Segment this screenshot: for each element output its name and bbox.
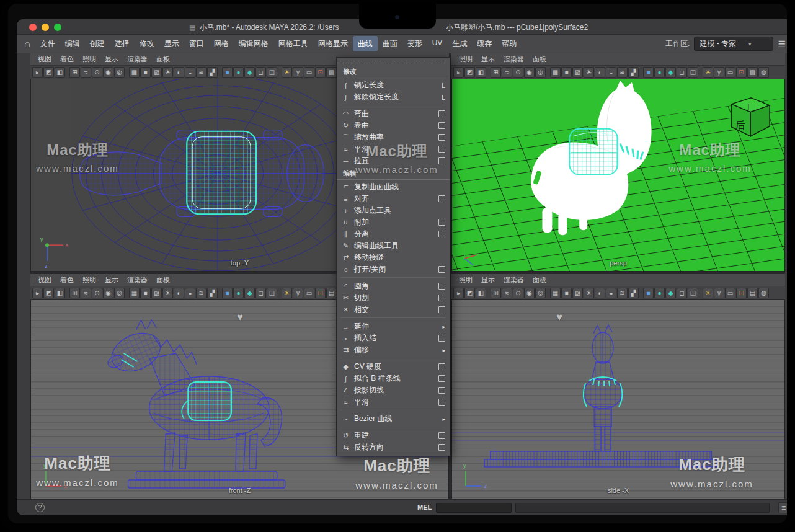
option-box[interactable] [438,195,445,202]
hud-toggle-icon[interactable]: ▤ [747,288,758,298]
panel-menu-item-照明[interactable]: 照明 [455,54,477,64]
ambient-occlusion-icon[interactable]: ◒ [185,288,195,298]
menubar-item-修改[interactable]: 修改 [135,36,159,51]
menubar-item-显示[interactable]: 显示 [159,36,184,51]
option-box[interactable] [438,387,445,394]
saddle-selection-top[interactable] [187,131,256,215]
workspace-menu-icon[interactable]: ☰ [778,39,786,49]
menubar-item-选择[interactable]: 选择 [110,36,135,51]
snap-to-curve-icon[interactable]: ≈ [502,67,512,78]
snap-to-curve-icon[interactable]: ≈ [81,288,91,298]
menubar-item-编辑网格[interactable]: 编辑网格 [234,36,273,51]
hud-toggle-icon[interactable]: ▤ [326,67,337,78]
panel-menu-item-着色[interactable]: 着色 [56,275,78,285]
menubar-item-缓存[interactable]: 缓存 [472,36,497,51]
subdiv-surface-icon[interactable]: ◆ [244,67,255,78]
saddle-selection-persp[interactable] [569,129,618,175]
textured-mode-icon[interactable]: ▨ [572,288,583,298]
isolate-select-icon[interactable]: ◻ [677,67,687,78]
menu-item-移动接缝[interactable]: ⇄移动接缝 [337,252,450,264]
snap-to-point-icon[interactable]: ⊙ [92,67,102,78]
menu-item-切割[interactable]: ✂切割 [337,292,450,304]
option-box[interactable] [438,122,445,129]
anti-aliasing-icon[interactable]: ▞ [207,288,218,298]
option-box[interactable] [438,146,445,153]
snap-to-grid-icon[interactable]: ⊞ [491,67,501,78]
panel-menu-item-着色[interactable]: 着色 [56,54,78,64]
menu-tearoff-handle[interactable] [342,59,445,63]
anti-aliasing-icon[interactable]: ▞ [628,288,639,298]
mel-result-field[interactable] [515,503,770,513]
menu-item-打开/关闭[interactable]: ○打开/关闭 [337,264,450,275]
menubar-item-窗口[interactable]: 窗口 [184,36,209,51]
panel-menu-item-面板[interactable]: 面板 [152,54,174,64]
isolate-select-icon[interactable]: ◻ [255,288,266,298]
menubar-item-变形[interactable]: 变形 [402,36,427,51]
panel-menu-item-渲染器[interactable]: 渲染器 [123,54,152,64]
textured-mode-icon[interactable]: ▨ [151,288,162,298]
option-box[interactable] [438,266,445,273]
menu-item-弯曲[interactable]: ◠弯曲 [337,108,450,120]
option-box[interactable] [438,134,445,141]
menubar-item-网格[interactable]: 网格 [209,36,234,51]
snap-to-grid-icon[interactable]: ⊞ [491,288,501,298]
option-box[interactable] [438,219,445,226]
select-by-object-icon[interactable]: ◩ [43,67,54,78]
camera-attributes-icon[interactable]: ◎ [114,67,125,78]
menu-item-Bezier 曲线[interactable]: ~Bezier 曲线▸ [337,413,450,425]
shadows-icon[interactable]: ◐ [174,67,184,78]
menu-item-反转方向[interactable]: ⇆反转方向 [337,441,450,453]
zoom-button[interactable] [54,24,61,31]
menu-item-解除锁定长度[interactable]: ∫解除锁定长度L [337,91,450,103]
option-box[interactable] [438,295,445,301]
camera-attributes-icon[interactable]: ◎ [114,288,125,298]
select-by-component-icon[interactable]: ◧ [55,67,65,78]
menubar-item-网格显示[interactable]: 网格显示 [313,36,353,51]
menu-item-复制曲面曲线[interactable]: ⊂复制曲面曲线 [337,181,450,193]
shaded-mode-icon[interactable]: ■ [561,288,572,298]
panel-menu-item-照明[interactable]: 照明 [78,275,100,285]
saddle-selection-front[interactable] [182,382,231,420]
option-box[interactable] [438,283,445,290]
subdiv-surface-icon[interactable]: ◆ [665,67,676,78]
renderer-settings-icon[interactable]: ◍ [758,288,769,298]
panel-menu-item-面板[interactable]: 面板 [528,275,551,285]
film-gate-icon[interactable]: ▭ [725,288,735,298]
menu-item-缩放曲率[interactable]: ⌒缩放曲率 [337,131,450,143]
make-live-icon[interactable]: ◉ [524,288,535,298]
mel-label[interactable]: MEL [417,503,432,511]
use-all-lights-icon[interactable]: ☀ [162,67,173,78]
xray-mode-icon[interactable]: ◫ [267,67,277,78]
anti-aliasing-icon[interactable]: ▞ [207,67,218,78]
menubar-item-创建[interactable]: 创建 [85,36,110,51]
menubar-item-曲面[interactable]: 曲面 [378,36,402,51]
motion-blur-icon[interactable]: ≋ [196,288,207,298]
snap-to-grid-icon[interactable]: ⊞ [69,67,80,78]
menu-item-对齐[interactable]: ≡对齐 [337,193,450,205]
nurbs-sphere-icon[interactable]: ● [654,288,665,298]
menu-item-延伸[interactable]: →延伸▸ [337,321,450,332]
option-box[interactable] [438,231,445,237]
home-icon[interactable]: ⌂ [24,38,30,50]
snap-to-point-icon[interactable]: ⊙ [513,288,523,298]
select-by-component-icon[interactable]: ◧ [55,288,65,298]
menu-item-添加点工具[interactable]: +添加点工具 [337,205,450,216]
camera-attributes-icon[interactable]: ◎ [535,288,546,298]
gamma-icon[interactable]: γ [293,67,303,78]
option-box[interactable] [438,444,445,451]
menu-item-相交[interactable]: ✕相交 [337,304,450,316]
make-live-icon[interactable]: ◉ [524,67,535,78]
motion-blur-icon[interactable]: ≋ [617,288,628,298]
xray-mode-icon[interactable]: ◫ [267,288,277,298]
menubar-item-生成[interactable]: 生成 [447,36,472,51]
select-by-object-icon[interactable]: ◩ [43,288,54,298]
menubar-item-帮助[interactable]: 帮助 [497,36,522,51]
exposure-icon[interactable]: ☀ [282,67,292,78]
mel-command-input[interactable] [436,503,512,513]
select-by-component-icon[interactable]: ◧ [476,288,486,298]
wireframe-mode-icon[interactable]: ▦ [129,288,140,298]
ambient-occlusion-icon[interactable]: ◒ [606,67,616,78]
menubar-item-UV[interactable]: UV [427,36,448,51]
camera-attributes-icon[interactable]: ◎ [535,67,546,78]
viewport-canvas-persp[interactable]: 丁 后 persp [451,79,785,272]
